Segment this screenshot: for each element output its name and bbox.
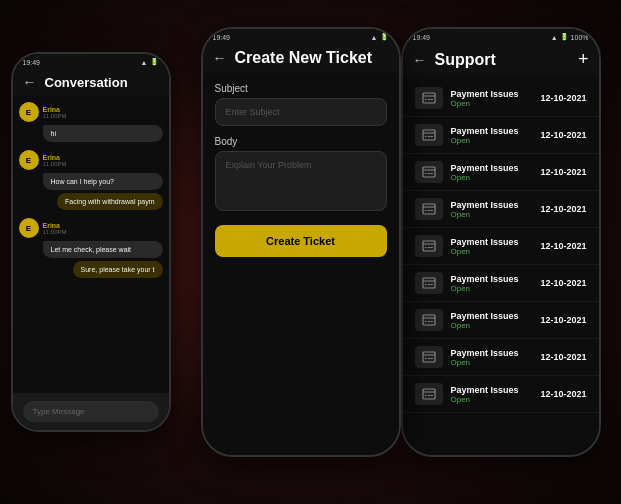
svg-rect-0 xyxy=(423,93,435,103)
support-item-5[interactable]: Payment Issues Open 12-10-2021 xyxy=(403,265,599,302)
sender-name-2: Erina xyxy=(43,154,67,161)
sender-2: E Erina 11:00PM xyxy=(19,150,163,170)
ticket-status-2: Open xyxy=(451,173,533,182)
ticket-icon-4 xyxy=(415,235,443,257)
support-item-1[interactable]: Payment Issues Open 12-10-2021 xyxy=(403,117,599,154)
phone-right: 19:49 ▲ 🔋 100% ← Support + xyxy=(401,27,601,457)
support-item-8[interactable]: Payment Issues Open 12-10-2021 xyxy=(403,376,599,413)
ticket-status-8: Open xyxy=(451,395,533,404)
body-field-group: Body Explain Your Problem xyxy=(215,136,387,211)
status-icons-left: ▲ 🔋 xyxy=(141,58,159,66)
status-bar-middle: 19:49 ▲ 🔋 xyxy=(203,29,399,43)
ticket-date-1: 12-10-2021 xyxy=(540,130,586,140)
svg-rect-32 xyxy=(423,389,435,399)
sender-name-3: Erina xyxy=(43,222,67,229)
add-ticket-button[interactable]: + xyxy=(578,49,589,70)
bubble-1-1: hi xyxy=(43,125,163,142)
ticket-status-3: Open xyxy=(451,210,533,219)
ticket-title-0: Payment Issues xyxy=(451,89,533,99)
svg-point-6 xyxy=(424,136,426,138)
status-time-right: 19:49 xyxy=(413,34,431,41)
phone-left-screen: 19:49 ▲ 🔋 ← Conversation E Erina xyxy=(13,54,169,430)
sender-info-1: Erina 11:00PM xyxy=(43,106,67,119)
support-list: Payment Issues Open 12-10-2021 Payment I… xyxy=(403,76,599,455)
sender-name-1: Erina xyxy=(43,106,67,113)
ticket-title-3: Payment Issues xyxy=(451,200,533,210)
svg-rect-16 xyxy=(423,241,435,251)
subject-label: Subject xyxy=(215,83,387,94)
status-time-left: 19:49 xyxy=(23,59,41,66)
support-item-3[interactable]: Payment Issues Open 12-10-2021 xyxy=(403,191,599,228)
ticket-title-5: Payment Issues xyxy=(451,274,533,284)
phone-right-screen: 19:49 ▲ 🔋 100% ← Support + xyxy=(403,29,599,455)
svg-point-18 xyxy=(424,247,426,249)
ticket-text-3: Payment Issues Open xyxy=(451,200,533,219)
ticket-date-4: 12-10-2021 xyxy=(540,241,586,251)
ticket-icon-6 xyxy=(415,309,443,331)
back-button-right[interactable]: ← xyxy=(413,52,427,68)
type-bar: Type Message xyxy=(13,393,169,430)
message-group-2: E Erina 11:00PM How can I help you? Faci… xyxy=(19,150,163,210)
support-item-4[interactable]: Payment Issues Open 12-10-2021 xyxy=(403,228,599,265)
sender-info-3: Erina 11:00PM xyxy=(43,222,67,235)
svg-rect-24 xyxy=(423,315,435,325)
sender-info-2: Erina 11:00PM xyxy=(43,154,67,167)
svg-point-30 xyxy=(424,358,426,360)
ticket-text-8: Payment Issues Open xyxy=(451,385,533,404)
support-item-0[interactable]: Payment Issues Open 12-10-2021 xyxy=(403,80,599,117)
form-content: Subject Enter Subject Body Explain Your … xyxy=(203,73,399,455)
svg-point-34 xyxy=(424,395,426,397)
ticket-status-6: Open xyxy=(451,321,533,330)
avatar-3: E xyxy=(19,218,39,238)
phone-middle-screen: 19:49 ▲ 🔋 ← Create New Ticket Subject En… xyxy=(203,29,399,455)
battery-icon-right: 🔋 xyxy=(560,33,569,41)
battery-icon-left: 🔋 xyxy=(150,58,159,66)
ticket-date-0: 12-10-2021 xyxy=(540,93,586,103)
conversation-title: Conversation xyxy=(45,75,159,90)
support-item-7[interactable]: Payment Issues Open 12-10-2021 xyxy=(403,339,599,376)
ticket-date-5: 12-10-2021 xyxy=(540,278,586,288)
ticket-text-1: Payment Issues Open xyxy=(451,126,533,145)
message-group-1: E Erina 11:00PM hi xyxy=(19,102,163,142)
bubble-2-1: How can I help you? xyxy=(43,173,163,190)
svg-rect-4 xyxy=(423,130,435,140)
svg-point-26 xyxy=(424,321,426,323)
subject-input[interactable]: Enter Subject xyxy=(215,98,387,126)
signal-icon-middle: ▲ xyxy=(371,34,378,41)
ticket-icon-5 xyxy=(415,272,443,294)
ticket-text-6: Payment Issues Open xyxy=(451,311,533,330)
ticket-icon-7 xyxy=(415,346,443,368)
bubble-3-2: Sure, please take your t xyxy=(73,261,163,278)
svg-point-10 xyxy=(424,173,426,175)
ticket-icon-1 xyxy=(415,124,443,146)
status-bar-right: 19:49 ▲ 🔋 100% xyxy=(403,29,599,43)
type-message-input[interactable]: Type Message xyxy=(23,401,159,422)
body-input[interactable]: Explain Your Problem xyxy=(215,151,387,211)
sender-3: E Erina 11:00PM xyxy=(19,218,163,238)
ticket-text-2: Payment Issues Open xyxy=(451,163,533,182)
svg-rect-20 xyxy=(423,278,435,288)
ticket-date-7: 12-10-2021 xyxy=(540,352,586,362)
ticket-icon-3 xyxy=(415,198,443,220)
back-button-middle[interactable]: ← xyxy=(213,50,227,66)
ticket-text-5: Payment Issues Open xyxy=(451,274,533,293)
svg-point-2 xyxy=(424,99,426,101)
top-bar-right: ← Support + xyxy=(403,43,599,76)
sender-1: E Erina 11:00PM xyxy=(19,102,163,122)
ticket-status-0: Open xyxy=(451,99,533,108)
message-group-3: E Erina 11:00PM Let me check, please wai… xyxy=(19,218,163,278)
svg-point-14 xyxy=(424,210,426,212)
svg-point-22 xyxy=(424,284,426,286)
signal-icon-left: ▲ xyxy=(141,59,148,66)
support-item-2[interactable]: Payment Issues Open 12-10-2021 xyxy=(403,154,599,191)
create-ticket-button[interactable]: Create Ticket xyxy=(215,225,387,257)
sender-time-1: 11:00PM xyxy=(43,113,67,119)
support-item-6[interactable]: Payment Issues Open 12-10-2021 xyxy=(403,302,599,339)
bubble-3-1: Let me check, please wait xyxy=(43,241,163,258)
svg-rect-28 xyxy=(423,352,435,362)
back-button-left[interactable]: ← xyxy=(23,74,37,90)
ticket-status-1: Open xyxy=(451,136,533,145)
phones-container: 19:49 ▲ 🔋 ← Conversation E Erina xyxy=(11,12,611,492)
avatar-1: E xyxy=(19,102,39,122)
create-ticket-title: Create New Ticket xyxy=(235,49,389,67)
